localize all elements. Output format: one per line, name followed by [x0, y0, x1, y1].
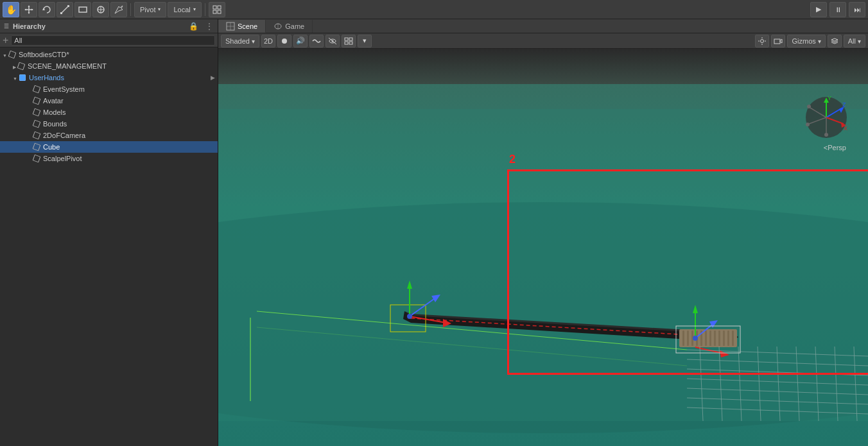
svg-rect-32	[774, 39, 780, 44]
2d-label: 2D	[264, 37, 273, 45]
svg-rect-30	[349, 42, 352, 44]
scene-audio-button[interactable]: 🔊	[293, 35, 308, 47]
eventsystem-label: EventSystem	[43, 85, 85, 93]
scene-tab-label: Scene	[238, 22, 257, 30]
scene-hidden-button[interactable]	[326, 35, 340, 47]
gizmos-dropdown[interactable]: Gizmos	[787, 35, 825, 47]
hierarchy-search-input[interactable]	[11, 35, 215, 46]
models-icon	[33, 108, 41, 117]
viewport[interactable]: 2 Y Z X	[218, 49, 868, 446]
toolbar-separator-1	[130, 3, 131, 16]
svg-rect-54	[709, 330, 711, 346]
all-arrow	[858, 37, 861, 45]
tree-item-cube[interactable]: Cube	[0, 141, 218, 153]
svg-point-23	[282, 39, 287, 44]
expand-softbodies-icon	[3, 51, 7, 58]
pivot-down-arrow: ▾	[158, 6, 161, 12]
avatar-icon	[33, 97, 41, 105]
game-tab[interactable]: Game	[266, 20, 313, 33]
main-toolbar: ✋	[0, 0, 868, 19]
scene-extra-button[interactable]: ▾	[358, 35, 372, 47]
hierarchy-menu-icon[interactable]: ⋮	[205, 21, 214, 31]
hand-tool-button[interactable]: ✋	[3, 2, 19, 17]
cube-label: Cube	[43, 143, 60, 151]
toolbar-separator-2	[205, 3, 205, 16]
transform-tool-button[interactable]	[92, 2, 109, 17]
pivot-label: Pivot	[140, 6, 155, 13]
2d-button[interactable]: 2D	[261, 35, 275, 47]
shading-label: Shaded	[225, 37, 250, 45]
audio-icon: 🔊	[296, 37, 305, 45]
scene-settings-button[interactable]	[755, 35, 769, 47]
lock-icon[interactable]: 🔒	[189, 22, 198, 31]
svg-rect-9	[60, 12, 62, 14]
scene-toolbar-right: Gizmos All	[755, 35, 865, 47]
svg-rect-57	[723, 330, 725, 346]
move-tool-button[interactable]	[21, 2, 37, 17]
svg-rect-48	[682, 330, 684, 346]
softbodies-label: SoftbodiesCTD*	[19, 51, 69, 58]
custom-tool-button[interactable]	[110, 2, 127, 17]
pause-button[interactable]: ⏸	[829, 2, 846, 17]
svg-point-98	[824, 133, 828, 137]
svg-rect-14	[213, 6, 216, 9]
pivot-button[interactable]: Pivot ▾	[134, 2, 166, 17]
tree-item-scalpelpivot[interactable]: ScalpelPivot	[0, 153, 218, 164]
shading-dropdown[interactable]: Shaded	[221, 35, 259, 47]
svg-rect-29	[345, 42, 348, 44]
scene-tab[interactable]: Scene	[218, 20, 266, 33]
hierarchy-search-bar: +	[0, 33, 218, 47]
scene-effects-button[interactable]	[309, 35, 324, 47]
layers-dropdown[interactable]	[828, 35, 842, 47]
main-content: ☰ Hierarchy 🔒 ⋮ + SoftbodiesCTD* SCENE_M…	[0, 19, 868, 446]
svg-rect-35	[218, 109, 868, 421]
svg-marker-5	[31, 8, 33, 10]
svg-rect-17	[218, 10, 221, 13]
svg-text:Z: Z	[842, 101, 846, 108]
scalpelpivot-label: ScalpelPivot	[43, 155, 82, 162]
svg-point-31	[761, 39, 764, 42]
svg-marker-3	[28, 12, 30, 14]
svg-rect-16	[213, 10, 216, 13]
tree-item-eventsystem[interactable]: EventSystem	[0, 83, 218, 95]
game-tab-label: Game	[285, 22, 304, 30]
svg-marker-4	[24, 8, 26, 10]
svg-point-102	[806, 123, 810, 126]
gizmo-compass[interactable]: Y Z X	[804, 95, 849, 140]
shading-arrow	[252, 37, 255, 45]
tree-item-softbodies[interactable]: SoftbodiesCTD*	[0, 49, 218, 60]
persp-label: <Persp	[824, 144, 846, 151]
svg-rect-10	[79, 7, 87, 12]
hierarchy-icon: ☰	[4, 23, 9, 30]
svg-rect-59	[732, 330, 734, 346]
local-button[interactable]: Local ▾	[168, 2, 201, 17]
play-button[interactable]: ▶	[810, 2, 827, 17]
game-tab-icon	[273, 22, 282, 31]
expand-scene-mgmt-icon	[13, 62, 16, 70]
all-dropdown[interactable]: All	[844, 35, 865, 47]
layers-button[interactable]	[209, 2, 225, 17]
2dofcamera-label: 2DoFCamera	[43, 132, 85, 139]
svg-rect-49	[687, 330, 689, 346]
svg-marker-2	[28, 5, 30, 7]
svg-rect-58	[727, 330, 729, 346]
rotate-tool-button[interactable]	[39, 2, 55, 17]
step-button[interactable]: ⏭	[849, 2, 865, 17]
tree-item-bounds[interactable]: Bounds	[0, 118, 218, 130]
svg-rect-15	[218, 6, 221, 9]
scale-tool-button[interactable]	[56, 2, 73, 17]
rect-tool-button[interactable]	[74, 2, 91, 17]
scene-camera-button[interactable]	[771, 35, 785, 47]
hierarchy-add-icon[interactable]: +	[3, 35, 8, 46]
scene-lighting-button[interactable]	[277, 35, 291, 47]
svg-rect-56	[718, 330, 720, 346]
svg-rect-53	[705, 330, 707, 346]
tree-item-models[interactable]: Models	[0, 107, 218, 118]
svg-rect-8	[67, 5, 69, 7]
userhands-label: UserHands	[29, 74, 64, 81]
tree-item-2dofcamera[interactable]: 2DoFCamera	[0, 130, 218, 141]
tree-item-avatar[interactable]: Avatar	[0, 95, 218, 107]
tree-item-scene-management[interactable]: SCENE_MANAGEMENT	[0, 60, 218, 72]
tree-item-userhands[interactable]: UserHands ▶	[0, 72, 218, 83]
scene-grid-button[interactable]	[342, 35, 356, 47]
